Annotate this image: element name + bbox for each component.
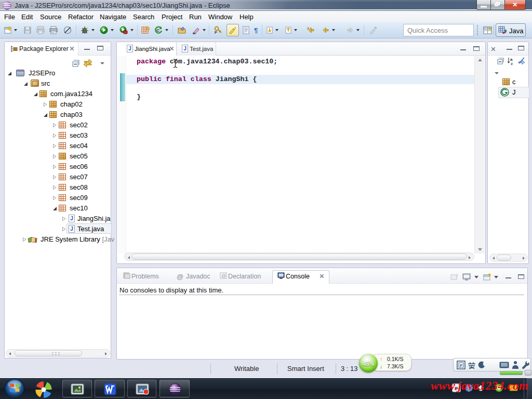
svg-text:¶: ¶ <box>254 26 258 34</box>
svg-text:C: C <box>156 28 159 33</box>
svg-text:z: z <box>511 61 513 65</box>
svg-text:P: P <box>215 31 217 34</box>
svg-text:@: @ <box>221 273 226 278</box>
svg-text:P: P <box>460 363 463 368</box>
